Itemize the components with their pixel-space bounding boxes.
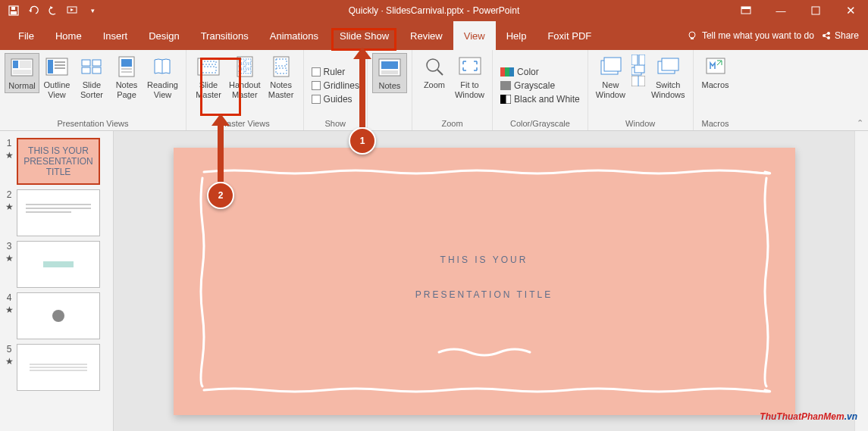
tab-slideshow[interactable]: Slide Show (329, 21, 400, 50)
svg-rect-2 (11, 7, 15, 10)
svg-rect-50 (505, 67, 509, 77)
tab-design[interactable]: Design (138, 21, 190, 50)
move-split-button[interactable] (631, 76, 645, 86)
minimize-button[interactable]: — (763, 0, 798, 21)
slide-canvas-area[interactable]: THIS IS YOUR PRESENTATION TITLE (114, 131, 854, 431)
arrowhead-2 (212, 114, 230, 126)
svg-rect-8 (691, 38, 694, 39)
svg-rect-57 (631, 55, 638, 65)
ruler-checkbox[interactable]: Ruler (309, 65, 349, 79)
black-white-button[interactable]: Black and White (497, 92, 583, 106)
notes-page-button[interactable]: Notes Page (109, 53, 144, 102)
svg-rect-48 (459, 58, 481, 74)
save-button[interactable] (5, 2, 23, 20)
collapse-ribbon-button[interactable]: ⌃ (857, 118, 863, 128)
color-icon (500, 67, 514, 77)
tab-insert[interactable]: Insert (92, 21, 139, 50)
tell-me-search[interactable]: Tell me what you want to do (687, 30, 814, 41)
svg-rect-26 (121, 59, 132, 67)
start-from-beginning-button[interactable] (64, 2, 82, 20)
star-icon: ★ (5, 356, 14, 367)
callout-2: 2 (207, 182, 234, 209)
svg-rect-21 (82, 60, 90, 66)
vertical-scrollbar[interactable] (854, 131, 868, 431)
zoom-button[interactable]: Zoom (417, 53, 452, 92)
svg-rect-58 (639, 55, 645, 65)
bw-icon (500, 95, 511, 104)
new-window-button[interactable]: New Window (593, 53, 628, 102)
quick-access-toolbar: ▾ (0, 2, 102, 20)
thumbnail[interactable]: 5★ (0, 342, 113, 393)
cascade-button[interactable] (631, 65, 645, 76)
tab-home[interactable]: Home (45, 21, 92, 50)
handout-master-button[interactable]: Handout Master (226, 53, 264, 102)
svg-rect-22 (92, 60, 101, 66)
svg-rect-45 (381, 70, 398, 74)
svg-rect-27 (121, 68, 132, 70)
slide[interactable]: THIS IS YOUR PRESENTATION TITLE (174, 148, 795, 415)
svg-rect-5 (741, 7, 750, 9)
window-controls: — ✕ (729, 0, 868, 21)
undo-button[interactable] (24, 2, 42, 20)
grayscale-button[interactable]: Grayscale (497, 79, 558, 92)
document-name: Quickly · SlidesCarnival.pptx (349, 5, 464, 16)
redo-button[interactable] (44, 2, 62, 20)
slide-title-text[interactable]: THIS IS YOUR PRESENTATION TITLE (415, 242, 553, 311)
maximize-button[interactable] (798, 0, 833, 21)
svg-rect-20 (55, 67, 65, 69)
outline-view-button[interactable]: Outline View (39, 53, 74, 102)
svg-rect-51 (509, 67, 514, 77)
tab-view[interactable]: View (453, 21, 496, 50)
tab-transitions[interactable]: Transitions (190, 21, 259, 50)
fit-to-window-button[interactable]: Fit to Window (452, 53, 487, 102)
normal-view-button[interactable]: Normal (5, 53, 39, 93)
svg-rect-28 (121, 71, 132, 73)
arrow-2 (218, 118, 224, 182)
star-icon: ★ (5, 253, 14, 264)
svg-rect-56 (604, 58, 621, 71)
macros-button[interactable]: Macros (698, 53, 733, 92)
svg-rect-49 (500, 67, 505, 77)
arrowhead-1 (353, 47, 371, 59)
svg-point-7 (689, 32, 695, 38)
slide-sorter-button[interactable]: Slide Sorter (74, 53, 109, 102)
tab-help[interactable]: Help (496, 21, 537, 50)
share-button[interactable]: Share (822, 30, 859, 41)
tab-file[interactable]: File (8, 21, 45, 50)
tab-review[interactable]: Review (400, 21, 453, 50)
switch-windows-button[interactable]: Switch Windows (648, 53, 688, 102)
group-window: New Window Switch Windows Window (588, 50, 694, 130)
star-icon: ★ (5, 201, 14, 212)
color-button[interactable]: Color (497, 65, 542, 79)
thumbnail[interactable]: 4★ (0, 290, 113, 342)
thumbnail[interactable]: 3★ (0, 239, 113, 290)
tab-foxit[interactable]: Foxit PDF (537, 21, 602, 50)
svg-rect-1 (11, 11, 17, 14)
ribbon-display-options-button[interactable] (729, 0, 763, 21)
group-zoom: Zoom Fit to Window Zoom (412, 50, 493, 130)
group-presentation-views: Normal Outline View Slide Sorter Notes P… (0, 50, 186, 130)
watermark: ThuThuatPhanMem.vn (760, 406, 857, 423)
notes-master-button[interactable]: Notes Master (264, 53, 299, 102)
slide-master-button[interactable]: Slide Master (191, 53, 226, 102)
window-title: Quickly · SlidesCarnival.pptx - PowerPoi… (349, 5, 519, 16)
gridlines-checkbox[interactable]: Gridlines (309, 79, 362, 92)
svg-rect-15 (13, 70, 31, 74)
star-icon: ★ (5, 305, 14, 315)
svg-rect-53 (500, 95, 506, 104)
ribbon-tabs: File Home Insert Design Transitions Anim… (0, 21, 868, 50)
svg-rect-52 (500, 81, 511, 90)
thumbnail[interactable]: 2★ (0, 187, 113, 239)
qat-customize-button[interactable]: ▾ (83, 2, 102, 20)
arrange-all-button[interactable] (631, 55, 645, 65)
guides-checkbox[interactable]: Guides (309, 92, 356, 106)
notes-button[interactable]: Notes (372, 53, 407, 93)
close-button[interactable]: ✕ (833, 0, 868, 21)
tab-animations[interactable]: Animations (259, 21, 329, 50)
thumbnail[interactable]: 1★ THIS IS YOUR PRESENTATION TITLE (0, 136, 113, 187)
app-name: PowerPoint (473, 5, 519, 16)
slide-thumbnails-panel[interactable]: 1★ THIS IS YOUR PRESENTATION TITLE 2★ 3★… (0, 131, 114, 431)
svg-rect-17 (48, 60, 53, 73)
reading-view-button[interactable]: Reading View (144, 53, 181, 102)
workspace: 1★ THIS IS YOUR PRESENTATION TITLE 2★ 3★… (0, 131, 868, 431)
